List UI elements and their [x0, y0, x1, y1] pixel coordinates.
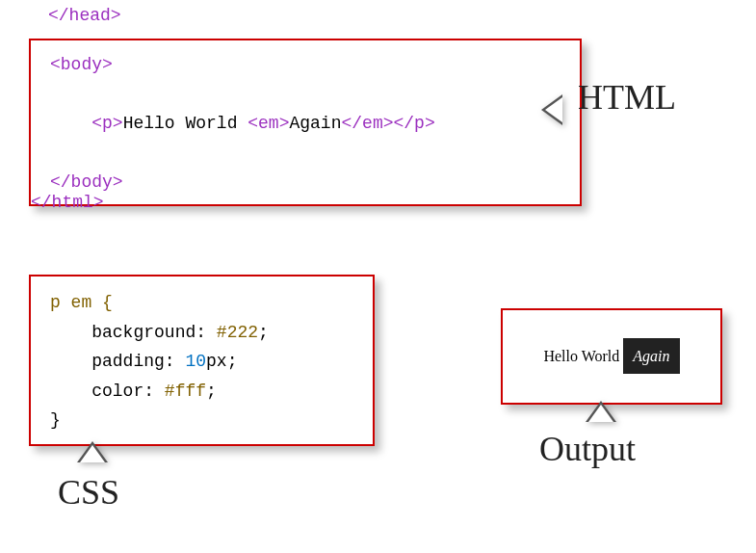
- output-text: Hello World: [543, 348, 623, 364]
- chevron-left-icon: [541, 94, 580, 123]
- css-prop-color: color: [91, 382, 143, 401]
- css-close-brace: }: [50, 410, 61, 430]
- p-open-tag: <p>: [91, 114, 122, 133]
- em-close-tag: </em>: [341, 114, 393, 133]
- css-code-box: p em { background: #222; padding: 10px; …: [29, 275, 375, 446]
- label-html: HTML: [578, 77, 676, 118]
- css-prop-padding: padding: [91, 352, 165, 371]
- text-hello: Hello World: [123, 114, 248, 133]
- html-close-tag: </html>: [31, 193, 104, 212]
- output-em: Again: [623, 338, 679, 374]
- label-css: CSS: [58, 472, 119, 513]
- em-open-tag: <em>: [248, 114, 289, 133]
- html-code-box: <body> <p>Hello World <em>Again</em></p>…: [29, 39, 582, 206]
- css-selector: p em {: [50, 293, 113, 312]
- css-prop-bg: background: [91, 323, 196, 342]
- chevron-up-icon: [586, 401, 624, 430]
- chevron-up-icon: [77, 441, 116, 470]
- body-close-tag: </body>: [50, 172, 123, 192]
- p-close-tag: </p>: [394, 114, 435, 133]
- css-code: p em { background: #222; padding: 10px; …: [50, 288, 353, 435]
- body-open-tag: <body>: [50, 55, 113, 74]
- output-box: Hello World Again: [501, 308, 722, 405]
- label-output: Output: [539, 429, 636, 469]
- html-code: <body> <p>Hello World <em>Again</em></p>…: [50, 50, 560, 198]
- output-rendered: Hello World Again: [543, 348, 679, 365]
- text-again: Again: [289, 114, 341, 133]
- head-close-tag: </head>: [48, 6, 121, 25]
